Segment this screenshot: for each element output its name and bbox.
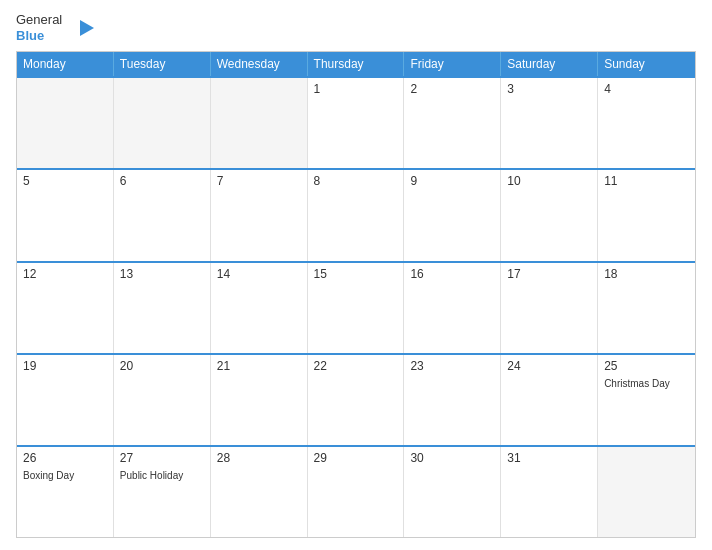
days-header: MondayTuesdayWednesdayThursdayFridaySatu… xyxy=(17,52,695,76)
logo-icon xyxy=(66,18,94,38)
calendar-cell: 8 xyxy=(308,170,405,260)
cell-date: 15 xyxy=(314,267,398,281)
cell-date: 25 xyxy=(604,359,689,373)
cell-date: 3 xyxy=(507,82,591,96)
cell-date: 6 xyxy=(120,174,204,188)
calendar-cell: 18 xyxy=(598,263,695,353)
cell-date: 28 xyxy=(217,451,301,465)
calendar-cell: 15 xyxy=(308,263,405,353)
cell-date: 13 xyxy=(120,267,204,281)
calendar-cell xyxy=(211,78,308,168)
calendar-cell: 10 xyxy=(501,170,598,260)
cell-date: 16 xyxy=(410,267,494,281)
cell-holiday: Christmas Day xyxy=(604,377,689,390)
calendar-cell: 14 xyxy=(211,263,308,353)
logo-blue-text: Blue xyxy=(16,28,44,43)
cell-holiday: Boxing Day xyxy=(23,469,107,482)
calendar-cell: 28 xyxy=(211,447,308,537)
calendar-cell: 31 xyxy=(501,447,598,537)
cell-date: 12 xyxy=(23,267,107,281)
day-header-saturday: Saturday xyxy=(501,52,598,76)
calendar-cell: 23 xyxy=(404,355,501,445)
calendar-page: GeneralBlue MondayTuesdayWednesdayThursd… xyxy=(0,0,712,550)
cell-date: 21 xyxy=(217,359,301,373)
week-row: 12131415161718 xyxy=(17,261,695,353)
calendar-cell: 21 xyxy=(211,355,308,445)
calendar: MondayTuesdayWednesdayThursdayFridaySatu… xyxy=(16,51,696,538)
calendar-cell: 13 xyxy=(114,263,211,353)
calendar-cell: 5 xyxy=(17,170,114,260)
calendar-cell xyxy=(17,78,114,168)
calendar-cell: 30 xyxy=(404,447,501,537)
cell-date: 27 xyxy=(120,451,204,465)
cell-date: 20 xyxy=(120,359,204,373)
cell-date: 1 xyxy=(314,82,398,96)
cell-date: 26 xyxy=(23,451,107,465)
cell-date: 30 xyxy=(410,451,494,465)
logo-text: GeneralBlue xyxy=(16,12,62,43)
cell-date: 19 xyxy=(23,359,107,373)
calendar-cell: 25Christmas Day xyxy=(598,355,695,445)
calendar-cell: 24 xyxy=(501,355,598,445)
calendar-cell: 16 xyxy=(404,263,501,353)
calendar-cell xyxy=(114,78,211,168)
week-row: 26Boxing Day27Public Holiday28293031 xyxy=(17,445,695,537)
weeks: 1234567891011121314151617181920212223242… xyxy=(17,76,695,537)
calendar-cell: 17 xyxy=(501,263,598,353)
cell-date: 4 xyxy=(604,82,689,96)
cell-date: 31 xyxy=(507,451,591,465)
cell-date: 5 xyxy=(23,174,107,188)
calendar-cell: 19 xyxy=(17,355,114,445)
calendar-cell: 6 xyxy=(114,170,211,260)
calendar-cell: 2 xyxy=(404,78,501,168)
cell-date: 18 xyxy=(604,267,689,281)
cell-date: 10 xyxy=(507,174,591,188)
cell-date: 17 xyxy=(507,267,591,281)
calendar-cell: 20 xyxy=(114,355,211,445)
calendar-cell xyxy=(598,447,695,537)
calendar-cell: 11 xyxy=(598,170,695,260)
calendar-cell: 9 xyxy=(404,170,501,260)
cell-date: 22 xyxy=(314,359,398,373)
day-header-sunday: Sunday xyxy=(598,52,695,76)
day-header-tuesday: Tuesday xyxy=(114,52,211,76)
cell-date: 23 xyxy=(410,359,494,373)
calendar-cell: 27Public Holiday xyxy=(114,447,211,537)
cell-date: 9 xyxy=(410,174,494,188)
calendar-cell: 12 xyxy=(17,263,114,353)
calendar-cell: 1 xyxy=(308,78,405,168)
cell-date: 2 xyxy=(410,82,494,96)
day-header-monday: Monday xyxy=(17,52,114,76)
cell-date: 29 xyxy=(314,451,398,465)
day-header-wednesday: Wednesday xyxy=(211,52,308,76)
calendar-cell: 22 xyxy=(308,355,405,445)
week-row: 19202122232425Christmas Day xyxy=(17,353,695,445)
calendar-cell: 4 xyxy=(598,78,695,168)
cell-date: 24 xyxy=(507,359,591,373)
day-header-thursday: Thursday xyxy=(308,52,405,76)
week-row: 567891011 xyxy=(17,168,695,260)
calendar-cell: 3 xyxy=(501,78,598,168)
cell-holiday: Public Holiday xyxy=(120,469,204,482)
logo: GeneralBlue xyxy=(16,12,94,43)
calendar-cell: 7 xyxy=(211,170,308,260)
day-header-friday: Friday xyxy=(404,52,501,76)
cell-date: 7 xyxy=(217,174,301,188)
week-row: 1234 xyxy=(17,76,695,168)
calendar-cell: 29 xyxy=(308,447,405,537)
cell-date: 14 xyxy=(217,267,301,281)
cell-date: 8 xyxy=(314,174,398,188)
header: GeneralBlue xyxy=(16,12,696,43)
cell-date: 11 xyxy=(604,174,689,188)
calendar-cell: 26Boxing Day xyxy=(17,447,114,537)
